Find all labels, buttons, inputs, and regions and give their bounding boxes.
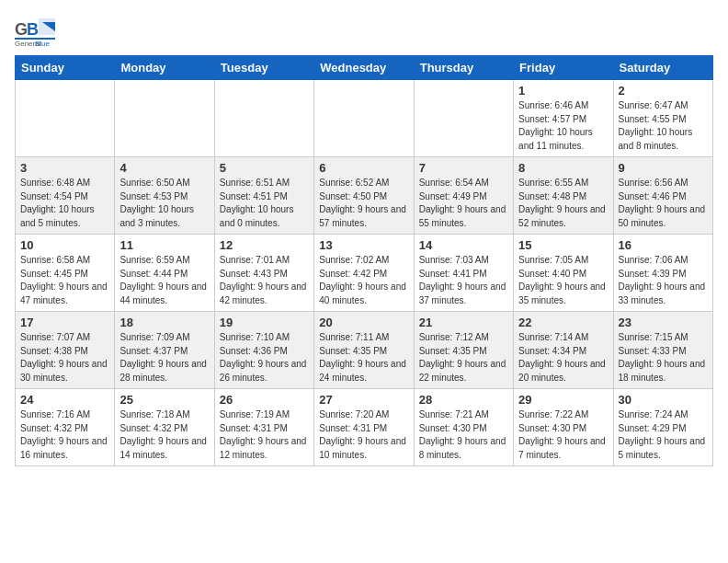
day-cell-7: 7Sunrise: 6:54 AM Sunset: 4:49 PM Daylig…: [414, 157, 513, 235]
day-cell-16: 16Sunrise: 7:06 AM Sunset: 4:39 PM Dayli…: [613, 235, 712, 312]
day-number: 25: [119, 393, 209, 407]
day-number: 15: [518, 238, 608, 252]
day-number: 30: [619, 393, 708, 407]
day-info: Sunrise: 7:02 AM Sunset: 4:42 PM Dayligh…: [319, 254, 408, 307]
day-cell-13: 13Sunrise: 7:02 AM Sunset: 4:42 PM Dayli…: [314, 235, 414, 312]
day-info: Sunrise: 7:06 AM Sunset: 4:39 PM Dayligh…: [619, 254, 708, 307]
day-cell-23: 23Sunrise: 7:15 AM Sunset: 4:33 PM Dayli…: [613, 312, 712, 389]
day-number: 26: [220, 393, 309, 407]
week-row-4: 17Sunrise: 7:07 AM Sunset: 4:38 PM Dayli…: [16, 312, 713, 389]
day-number: 9: [619, 161, 708, 175]
day-info: Sunrise: 6:58 AM Sunset: 4:45 PM Dayligh…: [20, 254, 109, 307]
day-info: Sunrise: 7:14 AM Sunset: 4:34 PM Dayligh…: [518, 331, 608, 385]
day-cell-3: 3Sunrise: 6:48 AM Sunset: 4:54 PM Daylig…: [16, 157, 115, 235]
day-info: Sunrise: 7:16 AM Sunset: 4:32 PM Dayligh…: [20, 408, 109, 462]
day-cell-27: 27Sunrise: 7:20 AM Sunset: 4:31 PM Dayli…: [314, 389, 414, 466]
day-number: 3: [20, 161, 109, 175]
weekday-header-saturday: Saturday: [613, 56, 712, 80]
calendar-table: SundayMondayTuesdayWednesdayThursdayFrid…: [15, 55, 713, 466]
day-number: 16: [619, 238, 708, 252]
day-info: Sunrise: 6:47 AM Sunset: 4:55 PM Dayligh…: [619, 99, 708, 153]
week-row-5: 24Sunrise: 7:16 AM Sunset: 4:32 PM Dayli…: [16, 389, 713, 466]
day-cell-21: 21Sunrise: 7:12 AM Sunset: 4:35 PM Dayli…: [414, 312, 513, 389]
day-info: Sunrise: 6:51 AM Sunset: 4:51 PM Dayligh…: [220, 177, 309, 230]
day-cell-6: 6Sunrise: 6:52 AM Sunset: 4:50 PM Daylig…: [314, 157, 414, 235]
day-info: Sunrise: 6:54 AM Sunset: 4:49 PM Dayligh…: [419, 177, 508, 230]
week-row-3: 10Sunrise: 6:58 AM Sunset: 4:45 PM Dayli…: [16, 235, 713, 312]
day-number: 10: [20, 238, 109, 252]
empty-cell: [115, 80, 214, 157]
day-cell-4: 4Sunrise: 6:50 AM Sunset: 4:53 PM Daylig…: [115, 157, 214, 235]
week-row-1: 1Sunrise: 6:46 AM Sunset: 4:57 PM Daylig…: [16, 80, 713, 157]
weekday-header-sunday: Sunday: [16, 56, 115, 80]
day-cell-28: 28Sunrise: 7:21 AM Sunset: 4:30 PM Dayli…: [414, 389, 513, 466]
logo: G B General Blue: [15, 15, 55, 48]
day-cell-20: 20Sunrise: 7:11 AM Sunset: 4:35 PM Dayli…: [314, 312, 414, 389]
day-info: Sunrise: 7:21 AM Sunset: 4:30 PM Dayligh…: [419, 408, 508, 462]
weekday-header-thursday: Thursday: [414, 56, 513, 80]
day-info: Sunrise: 7:09 AM Sunset: 4:37 PM Dayligh…: [119, 331, 209, 385]
day-cell-1: 1Sunrise: 6:46 AM Sunset: 4:57 PM Daylig…: [514, 80, 613, 157]
day-info: Sunrise: 7:07 AM Sunset: 4:38 PM Dayligh…: [20, 331, 109, 385]
day-info: Sunrise: 6:56 AM Sunset: 4:46 PM Dayligh…: [619, 177, 708, 230]
day-number: 21: [419, 316, 508, 329]
day-number: 7: [419, 161, 508, 175]
day-info: Sunrise: 7:12 AM Sunset: 4:35 PM Dayligh…: [419, 331, 508, 385]
day-info: Sunrise: 6:50 AM Sunset: 4:53 PM Dayligh…: [119, 177, 209, 230]
day-cell-11: 11Sunrise: 6:59 AM Sunset: 4:44 PM Dayli…: [115, 235, 214, 312]
day-cell-24: 24Sunrise: 7:16 AM Sunset: 4:32 PM Dayli…: [16, 389, 115, 466]
svg-text:Blue: Blue: [35, 40, 51, 48]
day-cell-30: 30Sunrise: 7:24 AM Sunset: 4:29 PM Dayli…: [613, 389, 712, 466]
day-info: Sunrise: 6:55 AM Sunset: 4:48 PM Dayligh…: [518, 177, 608, 230]
day-cell-19: 19Sunrise: 7:10 AM Sunset: 4:36 PM Dayli…: [214, 312, 313, 389]
day-cell-17: 17Sunrise: 7:07 AM Sunset: 4:38 PM Dayli…: [16, 312, 115, 389]
empty-cell: [414, 80, 513, 157]
day-number: 22: [518, 316, 608, 329]
day-number: 19: [220, 316, 309, 329]
day-info: Sunrise: 7:15 AM Sunset: 4:33 PM Dayligh…: [619, 331, 708, 385]
day-cell-8: 8Sunrise: 6:55 AM Sunset: 4:48 PM Daylig…: [514, 157, 613, 235]
day-cell-22: 22Sunrise: 7:14 AM Sunset: 4:34 PM Dayli…: [514, 312, 613, 389]
day-cell-14: 14Sunrise: 7:03 AM Sunset: 4:41 PM Dayli…: [414, 235, 513, 312]
day-number: 17: [20, 316, 109, 329]
day-number: 5: [220, 161, 309, 175]
day-info: Sunrise: 7:24 AM Sunset: 4:29 PM Dayligh…: [619, 408, 708, 462]
weekday-header-wednesday: Wednesday: [314, 56, 414, 80]
day-cell-26: 26Sunrise: 7:19 AM Sunset: 4:31 PM Dayli…: [214, 389, 313, 466]
logo-icon: G B General Blue: [15, 15, 55, 48]
day-info: Sunrise: 6:48 AM Sunset: 4:54 PM Dayligh…: [20, 177, 109, 230]
day-cell-25: 25Sunrise: 7:18 AM Sunset: 4:32 PM Dayli…: [115, 389, 214, 466]
week-row-2: 3Sunrise: 6:48 AM Sunset: 4:54 PM Daylig…: [16, 157, 713, 235]
day-info: Sunrise: 6:52 AM Sunset: 4:50 PM Dayligh…: [319, 177, 408, 230]
weekday-header-monday: Monday: [115, 56, 214, 80]
day-info: Sunrise: 7:20 AM Sunset: 4:31 PM Dayligh…: [319, 408, 408, 462]
svg-text:G: G: [15, 20, 28, 39]
weekday-header-friday: Friday: [514, 56, 613, 80]
empty-cell: [314, 80, 414, 157]
day-number: 12: [220, 238, 309, 252]
day-cell-5: 5Sunrise: 6:51 AM Sunset: 4:51 PM Daylig…: [214, 157, 313, 235]
day-info: Sunrise: 6:59 AM Sunset: 4:44 PM Dayligh…: [119, 254, 209, 307]
day-number: 27: [319, 393, 408, 407]
day-info: Sunrise: 7:10 AM Sunset: 4:36 PM Dayligh…: [220, 331, 309, 385]
day-number: 13: [319, 238, 408, 252]
day-info: Sunrise: 7:18 AM Sunset: 4:32 PM Dayligh…: [119, 408, 209, 462]
day-cell-15: 15Sunrise: 7:05 AM Sunset: 4:40 PM Dayli…: [514, 235, 613, 312]
day-cell-9: 9Sunrise: 6:56 AM Sunset: 4:46 PM Daylig…: [613, 157, 712, 235]
day-number: 1: [518, 84, 608, 98]
day-cell-29: 29Sunrise: 7:22 AM Sunset: 4:30 PM Dayli…: [514, 389, 613, 466]
svg-text:B: B: [27, 20, 39, 39]
day-number: 20: [319, 316, 408, 329]
day-number: 18: [119, 316, 209, 329]
empty-cell: [214, 80, 313, 157]
day-info: Sunrise: 7:05 AM Sunset: 4:40 PM Dayligh…: [518, 254, 608, 307]
day-number: 29: [518, 393, 608, 407]
day-number: 14: [419, 238, 508, 252]
day-number: 8: [518, 161, 608, 175]
day-info: Sunrise: 7:01 AM Sunset: 4:43 PM Dayligh…: [220, 254, 309, 307]
weekday-header-row: SundayMondayTuesdayWednesdayThursdayFrid…: [16, 56, 713, 80]
day-info: Sunrise: 7:11 AM Sunset: 4:35 PM Dayligh…: [319, 331, 408, 385]
day-number: 4: [119, 161, 209, 175]
day-number: 6: [319, 161, 408, 175]
day-info: Sunrise: 7:22 AM Sunset: 4:30 PM Dayligh…: [518, 408, 608, 462]
